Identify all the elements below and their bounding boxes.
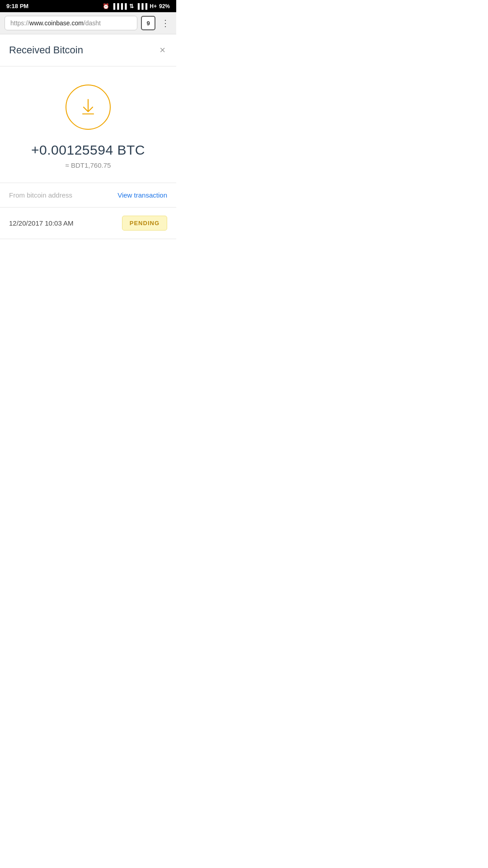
- view-transaction-link[interactable]: View transaction: [117, 191, 167, 199]
- url-prefix: https://: [10, 19, 29, 27]
- url-bar[interactable]: https://www.coinbase.com/dasht: [5, 16, 137, 30]
- page-title: Received Bitcoin: [9, 44, 83, 56]
- transaction-date: 12/20/2017 10:03 AM: [9, 219, 74, 227]
- transaction-row: From bitcoin address View transaction: [0, 183, 176, 208]
- url-domain: www.coinbase.com: [29, 19, 84, 27]
- signal-icon-2: ▐▐▐: [136, 3, 148, 9]
- network-type: H+: [150, 3, 157, 9]
- browser-menu-button[interactable]: ⋮: [159, 18, 172, 28]
- from-address-label: From bitcoin address: [9, 191, 72, 199]
- bottom-space: [0, 239, 176, 420]
- date-row: 12/20/2017 10:03 AM PENDING: [0, 208, 176, 239]
- receive-icon-circle: [66, 85, 111, 130]
- download-icon: [78, 97, 99, 118]
- status-icons: ⏰ ▐▐▐▐ ⇅ ▐▐▐ H+ 92%: [103, 3, 170, 9]
- main-content: +0.00125594 BTC ≈ BDT1,760.75: [0, 66, 176, 183]
- browser-bar: https://www.coinbase.com/dasht 9 ⋮: [0, 12, 176, 34]
- tab-count-button[interactable]: 9: [141, 16, 155, 30]
- status-bar: 9:18 PM ⏰ ▐▐▐▐ ⇅ ▐▐▐ H+ 92%: [0, 0, 176, 12]
- time-display: 9:18 PM: [6, 3, 28, 9]
- fiat-amount: ≈ BDT1,760.75: [66, 161, 111, 169]
- btc-amount: +0.00125594 BTC: [31, 142, 145, 158]
- status-badge: PENDING: [122, 216, 167, 231]
- page-header: Received Bitcoin ×: [0, 34, 176, 66]
- sort-icon: ⇅: [129, 3, 134, 9]
- battery-display: 92%: [159, 3, 170, 9]
- close-button[interactable]: ×: [158, 42, 167, 58]
- signal-icon: ▐▐▐▐: [112, 3, 127, 9]
- alarm-icon: ⏰: [103, 3, 109, 9]
- url-path: /dasht: [84, 19, 101, 27]
